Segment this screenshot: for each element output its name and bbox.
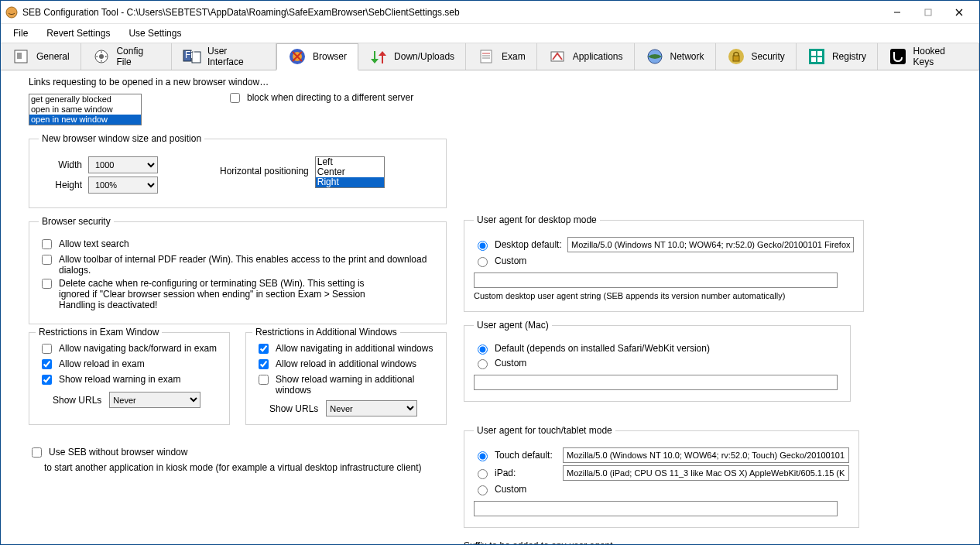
link-opt-blocked[interactable]: get generally blocked: [29, 94, 141, 105]
svg-text:File: File: [185, 50, 200, 60]
tab-browser[interactable]: Browser: [276, 43, 358, 70]
ua-mac-default-radio[interactable]: [478, 344, 488, 355]
svg-rect-6: [17, 53, 22, 59]
apps-icon: [548, 47, 567, 66]
tab-network[interactable]: Network: [635, 43, 716, 70]
network-icon: [646, 47, 664, 66]
tab-downup[interactable]: Down/Uploads: [358, 43, 466, 70]
svg-point-8: [99, 54, 104, 59]
ua-touch-default-value[interactable]: [563, 447, 849, 463]
menu-use[interactable]: Use Settings: [121, 26, 189, 40]
configfile-icon: [92, 47, 111, 66]
add-reload-warn-checkbox[interactable]: [259, 375, 269, 385]
ua-touch-custom-radio[interactable]: [478, 485, 488, 495]
link-behavior-list[interactable]: get generally blocked open in same windo…: [29, 94, 142, 125]
ua-ipad-radio[interactable]: [478, 469, 488, 479]
ua-desktop-group: User agent for desktop mode Desktop defa…: [464, 214, 864, 312]
toolbar: General Config File File User Interface …: [1, 43, 979, 70]
tab-configfile[interactable]: Config File: [81, 43, 172, 70]
ua-desktop-default-radio[interactable]: [478, 241, 488, 251]
browser-security-group: Browser security Allow text search Allow…: [29, 216, 447, 324]
no-browser-checkbox[interactable]: [32, 447, 42, 458]
general-icon: [12, 47, 30, 66]
ui-icon: File: [183, 47, 201, 66]
menu-file[interactable]: File: [5, 26, 36, 40]
svg-rect-23: [811, 51, 816, 56]
ua-mac-custom-radio[interactable]: [478, 359, 488, 369]
add-nav-checkbox[interactable]: [259, 344, 269, 354]
tab-hooked[interactable]: Hooked Keys: [878, 43, 979, 70]
tab-exam[interactable]: Exam: [466, 43, 537, 70]
allow-text-search-checkbox[interactable]: [42, 239, 52, 249]
block-diff-server-checkbox[interactable]: [230, 93, 240, 103]
ua-desktop-custom-field[interactable]: [474, 272, 838, 288]
ua-desktop-custom-radio[interactable]: [478, 257, 488, 267]
width-combo[interactable]: 1000: [88, 156, 158, 173]
svg-point-0: [6, 7, 17, 18]
height-label: Height: [39, 180, 82, 190]
app-window: SEB Configuration Tool - C:\Users\SEBTES…: [0, 0, 980, 545]
svg-rect-25: [811, 57, 816, 62]
hpos-label: Horizontal positioning: [220, 166, 309, 177]
exam-icon: [477, 47, 495, 66]
restrict-exam-group: Restrictions in Exam Window Allow naviga…: [29, 332, 230, 425]
svg-rect-21: [733, 56, 739, 61]
ua-desktop-default-value[interactable]: [567, 237, 854, 252]
restrict-additional-group: Restrictions in Additional Windows Allow…: [245, 332, 447, 425]
minimize-button[interactable]: [882, 4, 913, 21]
width-label: Width: [39, 159, 82, 170]
titlebar: SEB Configuration Tool - C:\Users\SEBTES…: [1, 1, 979, 24]
tab-security[interactable]: Security: [716, 43, 797, 70]
link-opt-new[interactable]: open in new window: [29, 115, 141, 125]
hpos-right[interactable]: Right: [316, 177, 384, 187]
security-icon: [727, 47, 745, 66]
ua-touch-group: User agent for touch/tablet mode Touch d…: [464, 425, 859, 528]
ua-touch-custom-field[interactable]: [474, 501, 838, 516]
svg-rect-14: [481, 50, 492, 63]
registry-icon: [807, 47, 826, 66]
ua-mac-group: User agent (Mac) Default (depends on ins…: [464, 320, 851, 402]
exam-reload-checkbox[interactable]: [42, 359, 52, 369]
browser-icon: [288, 47, 307, 66]
add-reload-checkbox[interactable]: [259, 359, 269, 369]
add-show-urls-combo[interactable]: Never: [326, 400, 417, 416]
menu-revert[interactable]: Revert Settings: [39, 26, 118, 40]
ua-touch-default-radio[interactable]: [478, 451, 488, 461]
tab-registry[interactable]: Registry: [797, 43, 878, 70]
no-browser-sub: to start another application in kiosk mo…: [44, 462, 447, 473]
ua-ipad-value[interactable]: [563, 465, 849, 481]
exam-show-urls-combo[interactable]: Never: [109, 392, 200, 408]
hooked-icon: [889, 47, 907, 66]
links-label: Links requesting to be opened in a new b…: [29, 77, 447, 87]
downup-icon: [369, 47, 388, 66]
new-window-group: New browser window size and position Wid…: [29, 133, 447, 208]
link-opt-same[interactable]: open in same window: [29, 105, 141, 115]
window-title: SEB Configuration Tool - C:\Users\SEBTES…: [22, 7, 882, 18]
block-diff-server-label: block when directing to a different serv…: [247, 92, 413, 103]
svg-rect-24: [817, 51, 822, 56]
app-icon: [5, 6, 18, 19]
hpos-list[interactable]: Left Center Right: [315, 156, 385, 188]
exam-nav-back-checkbox[interactable]: [42, 344, 52, 354]
menubar: File Revert Settings Use Settings: [1, 24, 979, 43]
close-button[interactable]: [944, 4, 975, 21]
suffix-label: Suffix to be added to any user agent: [464, 540, 851, 544]
exam-reload-warn-checkbox[interactable]: [42, 375, 52, 385]
delete-cache-checkbox[interactable]: [42, 279, 52, 289]
tab-apps[interactable]: Applications: [537, 43, 635, 70]
height-combo[interactable]: 100%: [88, 177, 158, 194]
maximize-button[interactable]: [913, 4, 944, 21]
svg-rect-2: [925, 9, 931, 15]
tab-ui[interactable]: File User Interface: [172, 43, 276, 70]
tab-general[interactable]: General: [1, 43, 81, 70]
allow-pdf-toolbar-checkbox[interactable]: [42, 255, 52, 265]
svg-rect-26: [817, 57, 822, 62]
ua-mac-custom-field[interactable]: [474, 375, 838, 390]
